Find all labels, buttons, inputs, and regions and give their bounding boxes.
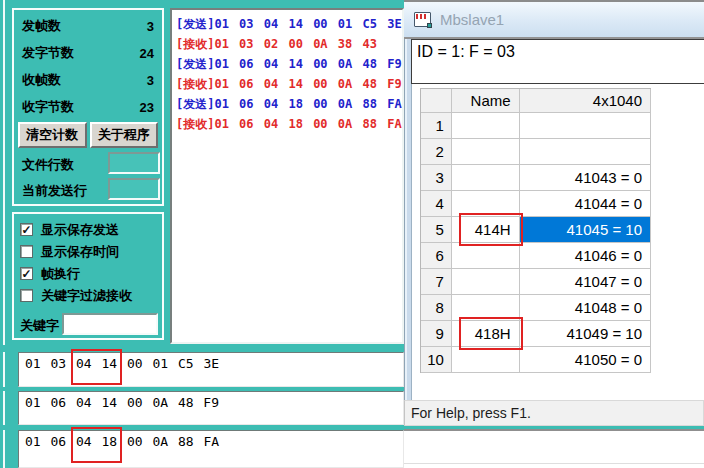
checkbox-label: 关键字过滤接收 [41,287,132,305]
name-cell[interactable] [452,347,520,373]
name-cell[interactable] [452,139,520,165]
red-scribble-icon [416,14,428,19]
register-cell[interactable]: 41050 = 0 [520,347,651,373]
slave-id-header: ID = 1: F = 03 [411,39,704,84]
register-grid: Name4x104012341043 = 0441044 = 05414H410… [420,88,651,373]
row-number-cell[interactable]: 3 [421,165,452,191]
option-row: 关键字过滤接收 [20,287,160,304]
row-number-cell[interactable]: 1 [421,113,452,139]
checkbox-icon[interactable] [20,289,33,302]
option-row: ✓帧换行 [20,265,160,282]
checkbox-label: 显示保存时间 [41,243,119,261]
send-line-box[interactable]: 01 06 04 14 00 0A 48 F9 [18,391,404,425]
send-line-box[interactable]: 01 06 04 18 00 0A 88 FA [18,430,404,468]
option-row: ✓显示保存发送 [20,221,160,238]
grid-row: 441044 = 0 [421,191,651,217]
mbslave-titlebar[interactable]: Mbslave1 [404,0,704,39]
stat-value: 3 [147,19,154,34]
annotated-name-cell[interactable]: 414H [452,217,520,243]
check-icon: ✓ [21,269,31,279]
row-number-cell[interactable]: 5 [421,217,452,243]
red-annotation-box: 04 18 [76,434,117,449]
current-send-line-field[interactable] [108,178,160,200]
stat-value: 3 [147,73,154,88]
register-cell[interactable]: 41048 = 0 [520,295,651,321]
hex-text: 01 06 [25,434,76,449]
stat-row: 收帧数3 [22,70,154,90]
name-cell[interactable] [452,269,520,295]
grid-row: 841048 = 0 [421,295,651,321]
name-cell[interactable] [452,113,520,139]
hex-text: 01 06 04 14 00 0A 48 F9 [25,395,219,410]
name-cell[interactable] [452,165,520,191]
document-icon [414,12,431,27]
name-cell[interactable] [452,191,520,217]
panel-edge-line [3,391,5,425]
stat-label: 发字节数 [22,44,74,62]
status-bar: For Help, press F1. [404,400,704,426]
mbslave-window-left-frame [404,39,412,400]
stat-label: 收字节数 [22,98,74,116]
grid-row: 9418H41049 = 10 [421,321,651,347]
register-cell[interactable]: 41049 = 10 [520,321,651,347]
clear-count-button[interactable]: 清空计数 [18,122,87,148]
grid-name-header: Name [452,89,520,113]
comm-log-panel[interactable]: [发送]01 03 04 14 00 01 C5 3E[接收]01 03 02 … [170,8,404,344]
hex-text-highlighted: 04 18 [76,434,117,449]
row-number-cell[interactable]: 4 [421,191,452,217]
register-cell[interactable]: 41044 = 0 [520,191,651,217]
panel-edge-line [3,430,5,468]
stat-value: 24 [140,46,154,61]
stat-row: 收字节数23 [22,97,154,117]
hex-text: 01 03 [25,356,76,371]
register-cell[interactable]: 41043 = 0 [520,165,651,191]
red-annotation-box: 04 14 [76,356,117,371]
stat-row: 发帧数3 [22,16,154,36]
register-cell[interactable]: 41047 = 0 [520,269,651,295]
row-number-cell[interactable]: 6 [421,243,452,269]
send-line-box[interactable]: 01 03 04 14 00 01 C5 3E [18,352,404,387]
status-text: For Help, press F1. [411,405,531,421]
screen: 发帧数3发字节数24收帧数3收字节数23 清空计数 关于程序 文件行数 当前发送… [0,0,704,468]
hex-text-highlighted: 04 14 [76,356,117,371]
stat-value: 23 [140,100,154,115]
register-cell[interactable]: 41046 = 0 [520,243,651,269]
annotated-name-cell[interactable]: 418H [452,321,520,347]
panel-edge-line [3,0,5,345]
log-line: [发送]01 06 04 14 00 0A 48 F9 [176,54,402,74]
log-line: [发送]01 06 04 18 00 0A 88 FA [176,94,402,114]
about-program-button[interactable]: 关于程序 [90,122,159,148]
log-line: [接收]01 06 04 18 00 0A 88 FA [176,114,402,134]
selected-register-cell[interactable]: 41045 = 10 [520,217,651,243]
stat-label: 收帧数 [22,71,61,89]
faint-divider-line [404,463,704,464]
log-line: [接收]01 03 02 00 0A 38 43 [176,34,402,54]
row-number-cell[interactable]: 8 [421,295,452,321]
grid-row: 641046 = 0 [421,243,651,269]
file-lines-label: 文件行数 [22,156,74,174]
file-lines-field[interactable] [108,152,160,174]
current-send-line-label: 当前发送行 [22,182,87,200]
row-number-cell[interactable]: 9 [421,321,452,347]
log-line: [发送]01 03 04 14 00 01 C5 3E [176,14,402,34]
grid-row: 341043 = 0 [421,165,651,191]
stat-row: 发字节数24 [22,43,154,63]
name-cell[interactable] [452,243,520,269]
row-number-cell[interactable]: 10 [421,347,452,373]
hex-text: 00 01 C5 3E [117,356,219,371]
checkbox-icon[interactable]: ✓ [20,223,33,236]
panel-edge-line [3,352,5,387]
register-cell[interactable] [520,139,651,165]
row-number-cell[interactable]: 7 [421,269,452,295]
register-cell[interactable] [520,113,651,139]
hex-text: 00 0A 88 FA [117,434,219,449]
name-cell[interactable] [452,295,520,321]
button-row: 清空计数 关于程序 [18,122,158,148]
row-number-cell[interactable]: 2 [421,139,452,165]
checkbox-icon[interactable] [20,245,33,258]
option-row: 显示保存时间 [20,243,160,260]
keyword-field[interactable] [62,313,158,335]
log-line: [接收]01 06 04 14 00 0A 48 F9 [176,74,402,94]
check-icon: ✓ [21,225,31,235]
checkbox-icon[interactable]: ✓ [20,267,33,280]
